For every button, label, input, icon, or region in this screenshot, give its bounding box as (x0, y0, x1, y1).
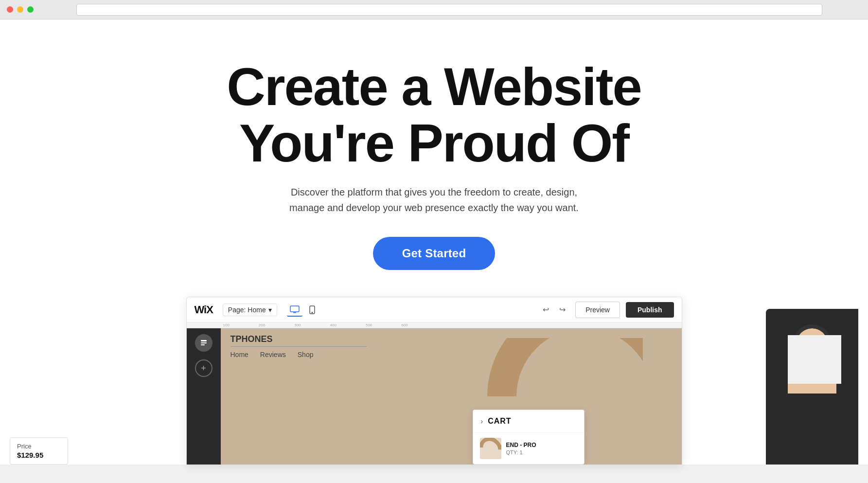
cart-item-headphone-icon (480, 438, 501, 459)
undo-button[interactable]: ↩ (538, 303, 553, 317)
hero-title: Create a Website You're Proud Of (227, 58, 641, 171)
svg-rect-5 (201, 342, 207, 343)
publish-button[interactable]: Publish (626, 302, 674, 318)
panel-add-icon[interactable]: + (195, 359, 213, 377)
left-panel: + (187, 328, 221, 465)
svg-point-3 (312, 312, 313, 313)
page-selector[interactable]: Page: Home ▾ (223, 304, 277, 316)
svg-rect-1 (293, 312, 296, 313)
nav-reviews[interactable]: Reviews (260, 351, 286, 358)
cart-panel[interactable]: › CART END - PRO QTY: 1 (473, 410, 585, 465)
editor-toolbar: WiX Page: Home ▾ (187, 297, 682, 322)
person-preview (766, 309, 858, 465)
price-label: Price (17, 443, 61, 450)
nav-shop[interactable]: Shop (298, 351, 314, 358)
cart-header: › CART (473, 410, 584, 432)
panel-pages-icon[interactable] (195, 334, 213, 352)
window-chrome (0, 0, 868, 19)
cart-item-name: END - PRO (506, 442, 577, 448)
nav-home[interactable]: Home (230, 351, 248, 358)
preview-button[interactable]: Preview (575, 302, 620, 318)
close-button[interactable] (7, 6, 13, 13)
hero-subtitle: Discover the platform that gives you the… (288, 184, 580, 215)
editor-section: Price $129.95 WiX Page: Home ▾ (10, 297, 858, 465)
undo-redo-controls: ↩ ↪ (538, 303, 569, 317)
editor-window: WiX Page: Home ▾ (186, 297, 682, 465)
canvas-ruler: 100200300400500600 (187, 322, 682, 328)
cart-item-image (480, 438, 501, 459)
editor-canvas: + TPHONES Home Reviews Shop (187, 328, 682, 465)
price-card: Price $129.95 (10, 437, 68, 465)
desktop-view-button[interactable] (287, 303, 302, 317)
address-bar[interactable] (76, 4, 822, 16)
price-value: $129.95 (17, 451, 61, 459)
cart-chevron-icon: › (481, 417, 483, 425)
minimize-button[interactable] (17, 6, 23, 13)
nav-divider (230, 346, 367, 347)
cart-title: CART (488, 417, 511, 426)
main-content: Create a Website You're Proud Of Discove… (0, 19, 868, 465)
person-shirt (788, 335, 841, 384)
mobile-view-button[interactable] (304, 303, 320, 317)
cart-item-details: END - PRO QTY: 1 (506, 442, 577, 455)
svg-rect-4 (201, 340, 207, 341)
redo-button[interactable]: ↪ (555, 303, 569, 317)
person-body (788, 335, 836, 394)
person-silhouette (773, 328, 851, 465)
maximize-button[interactable] (27, 6, 34, 13)
svg-rect-0 (290, 306, 299, 312)
wix-logo: WiX (195, 304, 213, 316)
device-icons (287, 303, 320, 317)
cart-item: END - PRO QTY: 1 (473, 432, 584, 464)
get-started-button[interactable]: Get Started (373, 237, 496, 270)
svg-rect-6 (201, 344, 205, 345)
cart-item-qty: QTY: 1 (506, 449, 577, 455)
